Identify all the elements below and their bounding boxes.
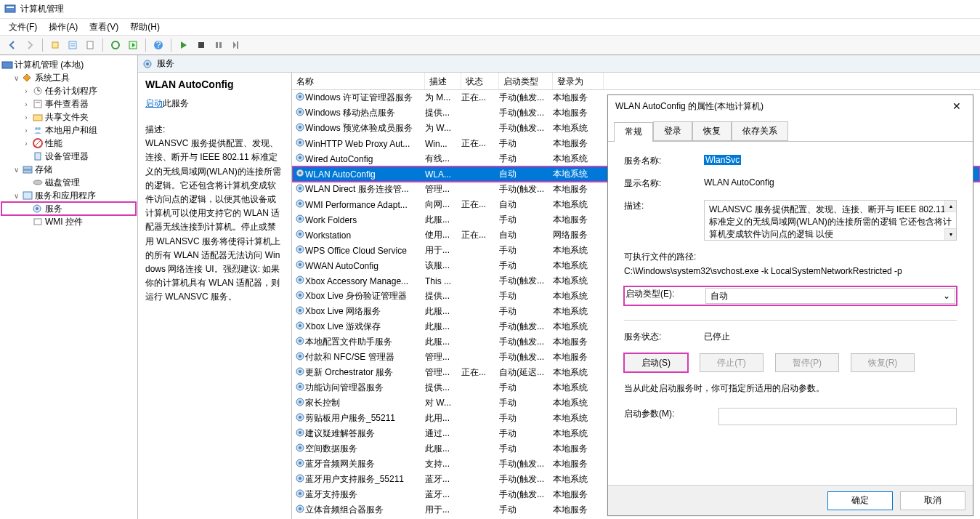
svg-line-25 xyxy=(35,140,41,146)
menu-file[interactable]: 文件(F) xyxy=(4,20,41,35)
back-button[interactable] xyxy=(4,37,20,53)
svg-rect-12 xyxy=(216,42,218,48)
col-name[interactable]: 名称 xyxy=(292,73,425,89)
gear-icon xyxy=(292,153,305,165)
svg-point-22 xyxy=(35,127,38,130)
startup-type-dropdown[interactable]: 自动 ⌄ xyxy=(705,288,955,304)
svg-point-83 xyxy=(299,446,301,449)
detail-title: WLAN AutoConfig xyxy=(145,79,284,90)
help-toolbar-button[interactable]: ? xyxy=(150,37,166,53)
dialog-title-bar[interactable]: WLAN AutoConfig 的属性(本地计算机) ✕ xyxy=(608,95,973,117)
close-button[interactable]: ✕ xyxy=(942,97,971,115)
forward-button[interactable] xyxy=(22,37,38,53)
svg-point-49 xyxy=(299,187,301,190)
start-button[interactable]: 启动(S) xyxy=(624,353,688,372)
play-button[interactable] xyxy=(176,37,192,53)
menu-view[interactable]: 查看(V) xyxy=(85,20,123,35)
toolbar: ? xyxy=(0,35,980,55)
tab-deps[interactable]: 依存关系 xyxy=(732,121,788,141)
cancel-button[interactable]: 取消 xyxy=(900,491,965,510)
gear-icon xyxy=(292,427,305,440)
pane-header: 服务 xyxy=(138,55,980,73)
svg-point-81 xyxy=(299,431,301,434)
gear-icon xyxy=(292,290,305,302)
gear-icon xyxy=(292,488,305,501)
tree-wmi[interactable]: WMI 控件 xyxy=(1,215,136,228)
svg-point-75 xyxy=(299,385,301,388)
desc-textbox[interactable]: WLANSVC 服务提供配置、发现、连接、断开与 IEEE 802.11 标准定… xyxy=(704,200,957,241)
gear-icon xyxy=(292,214,305,226)
dialog-title: WLAN AutoConfig 的属性(本地计算机) xyxy=(615,100,764,113)
gear-icon xyxy=(292,321,305,333)
svg-rect-6 xyxy=(87,41,93,49)
svg-point-77 xyxy=(299,401,301,403)
svg-point-71 xyxy=(299,355,301,358)
tree-event[interactable]: ›事件查看器 xyxy=(1,97,136,110)
svg-rect-11 xyxy=(198,42,204,48)
display-name-label: 显示名称: xyxy=(624,177,704,190)
stop-button[interactable] xyxy=(193,37,209,53)
svg-rect-15 xyxy=(2,62,12,68)
refresh-button[interactable] xyxy=(108,37,123,53)
col-logon[interactable]: 登录为 xyxy=(553,73,604,89)
menu-action[interactable]: 操作(A) xyxy=(44,20,82,35)
properties-dialog: WLAN AutoConfig 的属性(本地计算机) ✕ 常规 登录 恢复 依存… xyxy=(607,94,973,516)
col-startup[interactable]: 启动类型 xyxy=(499,73,553,89)
svg-point-47 xyxy=(299,172,301,174)
svg-point-65 xyxy=(299,309,301,312)
col-status[interactable]: 状态 xyxy=(461,73,499,89)
desc-label: 描述: xyxy=(624,200,704,212)
tree-services[interactable]: 服务 xyxy=(1,202,136,215)
col-desc[interactable]: 描述 xyxy=(425,73,461,89)
svg-rect-30 xyxy=(23,192,32,199)
tree-scheduler[interactable]: ›任务计划程序 xyxy=(1,84,136,97)
properties-button[interactable] xyxy=(65,37,81,53)
hint-text: 当从此处启动服务时，你可指定所适用的启动参数。 xyxy=(624,382,957,395)
tree-shared[interactable]: ›共享文件夹 xyxy=(1,110,136,124)
tree-devmgr[interactable]: 设备管理器 xyxy=(1,150,136,163)
tree-storage[interactable]: ∨存储 xyxy=(1,163,136,176)
svg-point-85 xyxy=(299,462,301,464)
svg-point-45 xyxy=(299,156,301,159)
menu-help[interactable]: 帮助(H) xyxy=(126,20,164,35)
up-button[interactable] xyxy=(47,37,63,53)
gear-icon xyxy=(292,122,305,134)
restart-button[interactable] xyxy=(228,37,244,53)
svg-point-39 xyxy=(299,110,301,113)
svg-rect-2 xyxy=(52,42,58,48)
export-button[interactable] xyxy=(82,37,98,53)
gear-icon xyxy=(292,260,305,272)
svg-point-7 xyxy=(112,41,119,49)
tree-root[interactable]: 计算机管理 (本地) xyxy=(1,58,136,71)
tab-recovery[interactable]: 恢复 xyxy=(692,121,732,141)
tab-logon[interactable]: 登录 xyxy=(653,121,692,141)
detail-desc-label: 描述: xyxy=(145,123,284,137)
gear-icon xyxy=(292,443,305,455)
tree-systools[interactable]: ∨系统工具 xyxy=(1,71,136,84)
export-list-button[interactable] xyxy=(125,37,141,53)
tree-perf[interactable]: ›性能 xyxy=(1,137,136,150)
svg-point-79 xyxy=(299,416,301,419)
scroll-down-icon[interactable]: ▾ xyxy=(944,228,956,240)
svg-rect-0 xyxy=(5,5,15,12)
menu-bar: 文件(F) 操作(A) 查看(V) 帮助(H) xyxy=(0,19,980,35)
tree-diskmgmt[interactable]: 磁盘管理 xyxy=(1,176,136,189)
nav-tree[interactable]: 计算机管理 (本地) ∨系统工具 ›任务计划程序 ›事件查看器 ›共享文件夹 ›… xyxy=(0,55,138,519)
svg-point-87 xyxy=(299,477,301,480)
svg-rect-19 xyxy=(34,100,41,108)
scroll-up-icon[interactable]: ▴ xyxy=(944,201,956,212)
tree-services-apps[interactable]: ∨服务和应用程序 xyxy=(1,189,136,202)
ok-button[interactable]: 确定 xyxy=(827,491,893,510)
pause-button[interactable] xyxy=(211,37,227,53)
param-label: 启动参数(M): xyxy=(624,408,718,420)
svg-rect-26 xyxy=(35,153,41,160)
param-input[interactable] xyxy=(718,408,957,425)
svg-point-32 xyxy=(36,207,39,210)
svg-point-41 xyxy=(299,126,301,129)
tree-users[interactable]: ›本地用户和组 xyxy=(1,124,136,137)
start-service-link[interactable]: 启动 xyxy=(145,98,163,108)
svg-point-37 xyxy=(299,95,301,98)
svg-point-43 xyxy=(299,141,301,144)
svg-rect-21 xyxy=(33,115,42,121)
tab-general[interactable]: 常规 xyxy=(614,122,653,142)
